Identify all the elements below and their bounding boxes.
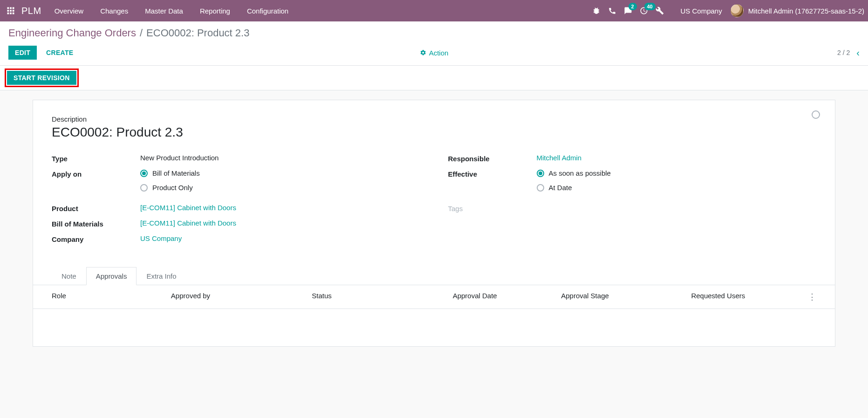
svg-rect-3: [7, 10, 9, 12]
svg-rect-8: [13, 13, 14, 14]
form-sheet: Description ECO0002: Product 2.3 Type Ne…: [33, 100, 835, 347]
pager-prev-icon[interactable]: ‹: [856, 48, 860, 58]
svg-rect-5: [13, 10, 14, 12]
radio-checked-icon: [537, 170, 544, 177]
col-approval-date: Approval Date: [453, 292, 561, 302]
breadcrumb-current: ECO0002: Product 2.3: [146, 27, 249, 39]
tools-icon[interactable]: [656, 7, 664, 15]
menu-overview[interactable]: Overview: [55, 7, 84, 15]
action-label: Action: [429, 49, 449, 57]
highlight-annotation: Start Revision: [5, 69, 79, 87]
form-right-column: Responsible Mitchell Admin Effective As …: [448, 154, 817, 250]
conversations-badge: 2: [629, 3, 637, 10]
apply-on-product-radio[interactable]: Product Only: [140, 184, 200, 192]
product-label: Product: [52, 204, 140, 212]
tab-note[interactable]: Note: [52, 267, 86, 285]
product-value[interactable]: [E-COM11] Cabinet with Doors: [140, 204, 236, 212]
apply-on-bom-radio[interactable]: Bill of Materials: [140, 169, 200, 177]
col-requested-users: Requested Users: [691, 292, 800, 302]
type-label: Type: [52, 154, 140, 163]
tags-label: Tags: [448, 204, 537, 212]
effective-at-date-label: At Date: [549, 184, 572, 192]
systray: 2 40: [592, 7, 664, 15]
start-revision-button[interactable]: Start Revision: [7, 71, 76, 85]
apply-on-label: Apply on: [52, 169, 140, 178]
main-menu: Overview Changes Master Data Reporting C…: [55, 7, 289, 15]
menu-master-data[interactable]: Master Data: [145, 7, 183, 15]
bom-value[interactable]: [E-COM11] Cabinet with Doors: [140, 219, 236, 227]
apps-icon[interactable]: [4, 4, 18, 18]
description-label: Description: [52, 115, 816, 123]
col-approval-stage: Approval Stage: [561, 292, 691, 302]
radio-checked-icon: [140, 170, 148, 177]
effective-label: Effective: [448, 169, 537, 178]
apply-on-product-label: Product Only: [152, 184, 193, 192]
svg-rect-4: [10, 10, 12, 12]
svg-rect-1: [10, 7, 12, 9]
approvals-table-header: Role Approved by Status Approval Date Ap…: [33, 285, 835, 309]
create-button[interactable]: Create: [40, 46, 80, 60]
notebook-tabs: Note Approvals Extra Info: [33, 267, 835, 285]
responsible-label: Responsible: [448, 154, 537, 163]
radio-unchecked-icon: [537, 184, 544, 192]
apply-on-bom-label: Bill of Materials: [152, 169, 200, 177]
edit-button[interactable]: Edit: [8, 46, 37, 60]
status-bar: Start Revision: [0, 66, 868, 90]
approvals-table-body: [33, 309, 835, 346]
app-brand[interactable]: PLM: [21, 6, 41, 16]
type-value: New Product Introduction: [140, 154, 219, 162]
kanban-state-button[interactable]: [812, 110, 820, 119]
pager: 2 / 2 ‹: [837, 48, 860, 58]
action-dropdown[interactable]: Action: [420, 49, 449, 57]
company-switcher[interactable]: US Company: [681, 7, 722, 15]
menu-configuration[interactable]: Configuration: [247, 7, 288, 15]
control-panel: Engineering Change Orders / ECO0002: Pro…: [0, 21, 868, 66]
effective-at-date-radio[interactable]: At Date: [537, 184, 611, 192]
breadcrumbs: Engineering Change Orders / ECO0002: Pro…: [8, 27, 860, 39]
user-name: Mitchell Admin (17627725-saas-15-2): [748, 7, 864, 15]
activities-icon[interactable]: 40: [640, 7, 648, 15]
company-label: Company: [52, 234, 140, 243]
col-status: Status: [312, 292, 452, 302]
user-avatar: [731, 4, 744, 17]
bug-icon[interactable]: [592, 7, 601, 15]
phone-icon[interactable]: [608, 7, 616, 15]
svg-rect-0: [7, 7, 9, 9]
gear-icon: [420, 49, 426, 56]
responsible-value[interactable]: Mitchell Admin: [537, 154, 582, 162]
column-options-icon[interactable]: ⋮: [800, 292, 816, 302]
tab-content-approvals: Role Approved by Status Approval Date Ap…: [33, 285, 835, 346]
effective-asap-radio[interactable]: As soon as possible: [537, 169, 611, 177]
conversations-icon[interactable]: 2: [624, 7, 632, 15]
svg-rect-7: [10, 13, 12, 14]
user-menu[interactable]: Mitchell Admin (17627725-saas-15-2): [731, 4, 864, 17]
svg-rect-6: [7, 13, 9, 14]
company-value[interactable]: US Company: [140, 234, 182, 242]
bom-label: Bill of Materials: [52, 219, 140, 228]
tab-approvals[interactable]: Approvals: [86, 267, 137, 285]
pager-value[interactable]: 2 / 2: [837, 49, 850, 56]
menu-changes[interactable]: Changes: [100, 7, 128, 15]
tab-extra-info[interactable]: Extra Info: [137, 267, 186, 285]
form-left-column: Type New Product Introduction Apply on B…: [52, 154, 420, 250]
breadcrumb-separator: /: [140, 27, 143, 39]
radio-unchecked-icon: [140, 184, 148, 192]
col-approved-by: Approved by: [171, 292, 312, 302]
record-title: ECO0002: Product 2.3: [52, 125, 816, 140]
effective-asap-label: As soon as possible: [549, 169, 611, 177]
activities-badge: 40: [644, 3, 656, 10]
top-navbar: PLM Overview Changes Master Data Reporti…: [0, 0, 868, 21]
breadcrumb-parent[interactable]: Engineering Change Orders: [8, 27, 136, 39]
menu-reporting[interactable]: Reporting: [200, 7, 230, 15]
svg-rect-2: [13, 7, 14, 9]
col-role: Role: [52, 292, 171, 302]
